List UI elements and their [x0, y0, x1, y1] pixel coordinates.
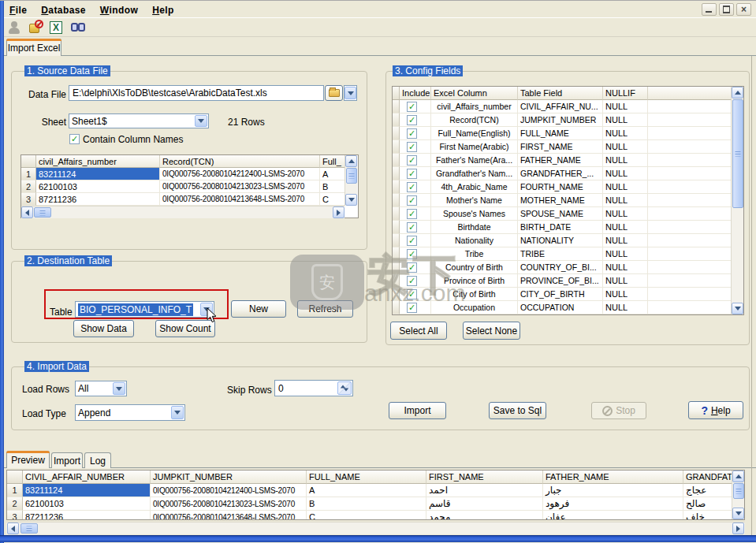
excel-column-cell[interactable]: civil_Affairs_number	[431, 100, 518, 113]
menu-file[interactable]: File	[5, 4, 32, 17]
column-header[interactable]: NULLIF	[603, 87, 648, 100]
excel-column-cell[interactable]: Full_Name(English)	[431, 127, 518, 140]
include-checkbox[interactable]	[407, 128, 417, 139]
column-header[interactable]: CIVIL_AFFAIR_NUMBER	[23, 470, 151, 484]
column-header[interactable]: Full_	[320, 155, 346, 168]
scroll-down-icon[interactable]	[732, 508, 744, 519]
jumpkit-number-cell[interactable]: 0IQ000756-20080104213648-LSMS-2070	[151, 511, 307, 520]
excel-column-cell[interactable]: Birthdate	[431, 221, 518, 234]
civil-affair-number-cell[interactable]: 83211124	[23, 484, 151, 497]
load-rows-select[interactable]: All	[75, 381, 127, 396]
scrollbar-thumb[interactable]	[34, 207, 51, 218]
nullif-cell[interactable]: NULL	[603, 261, 648, 274]
first-name-cell[interactable]: احمد	[426, 484, 543, 497]
full-name-cell[interactable]: B	[307, 497, 426, 511]
nullif-cell[interactable]: NULL	[603, 207, 648, 221]
full-name-cell[interactable]: C	[307, 511, 426, 520]
include-cell[interactable]	[400, 301, 431, 314]
scrollbar-thumb[interactable]	[732, 99, 743, 208]
row-indicator-cell[interactable]	[393, 154, 400, 167]
browse-file-button[interactable]	[325, 85, 343, 101]
excel-column-cell[interactable]: Province of Birth	[431, 274, 518, 288]
include-checkbox[interactable]	[407, 115, 417, 125]
preview-grid[interactable]: CIVIL_AFFAIR_NUMBERJUMPKIT_NUMBERFULL_NA…	[6, 470, 745, 520]
table-field-cell[interactable]: TRIBE	[518, 247, 603, 261]
civil-affairs-cell[interactable]: 62100103	[36, 180, 160, 193]
filler-cell[interactable]	[648, 180, 732, 194]
nullif-cell[interactable]: NULL	[603, 247, 648, 261]
nullif-cell[interactable]: NULL	[603, 140, 648, 154]
scroll-up-icon[interactable]	[345, 155, 357, 167]
include-checkbox[interactable]	[407, 276, 417, 286]
column-header[interactable]	[393, 87, 400, 100]
excel-column-cell[interactable]: Record(TCN)	[431, 113, 518, 127]
row-indicator-cell[interactable]	[393, 288, 400, 301]
table-field-cell[interactable]: SPOUSE_NAME	[518, 207, 603, 221]
filler-cell[interactable]	[648, 194, 732, 207]
include-checkbox[interactable]	[407, 303, 417, 313]
user-icon[interactable]	[6, 20, 22, 35]
excel-column-cell[interactable]: Grandfather's Nam...	[431, 167, 518, 180]
tab-log[interactable]: Log	[84, 452, 111, 468]
stop-button[interactable]: Stop	[591, 402, 646, 419]
include-cell[interactable]	[400, 247, 431, 261]
table-field-cell[interactable]: CIVIL_AFFAIR_NU...	[518, 100, 603, 113]
column-header[interactable]: Table Field	[518, 87, 603, 100]
include-checkbox[interactable]	[407, 102, 417, 112]
filler-cell[interactable]	[648, 234, 732, 247]
load-type-select[interactable]: Append	[75, 404, 185, 421]
filler-cell[interactable]	[648, 100, 732, 113]
filler-cell[interactable]	[648, 247, 732, 261]
nullif-cell[interactable]: NULL	[603, 167, 648, 180]
row-indicator-cell[interactable]	[393, 247, 400, 261]
include-cell[interactable]	[400, 154, 431, 167]
include-checkbox[interactable]	[407, 182, 417, 192]
skip-rows-input[interactable]: 0	[274, 380, 353, 396]
filler-cell[interactable]	[648, 288, 732, 301]
full-name-cell[interactable]: B	[320, 180, 346, 193]
row-indicator-cell[interactable]	[393, 140, 400, 154]
nullif-cell[interactable]: NULL	[603, 234, 648, 247]
row-indicator-cell[interactable]	[393, 207, 400, 221]
row-indicator-cell[interactable]	[393, 127, 400, 140]
excel-column-cell[interactable]: Country of Birth	[431, 261, 518, 274]
excel-column-cell[interactable]: Spouse's Names	[431, 207, 518, 221]
include-checkbox[interactable]	[407, 236, 417, 246]
table-field-cell[interactable]: OCCUPATION	[518, 301, 603, 314]
scrollbar-thumb[interactable]	[733, 483, 744, 499]
scrollbar-thumb[interactable]	[346, 168, 357, 184]
include-cell[interactable]	[400, 234, 431, 247]
row-indicator-cell[interactable]	[393, 301, 400, 314]
nullif-cell[interactable]: NULL	[603, 113, 648, 127]
include-cell[interactable]	[400, 288, 431, 301]
refresh-button[interactable]: Refresh	[297, 300, 353, 318]
grandfather-name-cell[interactable]: خلف	[683, 511, 733, 520]
include-cell[interactable]	[400, 221, 431, 234]
include-checkbox[interactable]	[407, 169, 417, 179]
restore-button[interactable]	[719, 3, 734, 16]
minimize-button[interactable]	[702, 3, 717, 16]
filler-cell[interactable]	[648, 127, 732, 140]
table-field-cell[interactable]: FOURTH_NAME	[518, 180, 603, 194]
excel-column-cell[interactable]: Father's Name(Ara...	[431, 154, 518, 167]
scroll-up-icon[interactable]	[732, 470, 744, 482]
full-name-cell[interactable]: A	[307, 484, 426, 497]
excel-column-cell[interactable]: Nationality	[431, 234, 518, 247]
excel-column-cell[interactable]: City of Birth	[431, 288, 518, 301]
filler-cell[interactable]	[648, 301, 732, 314]
scroll-right-icon[interactable]	[732, 523, 744, 534]
tab-preview[interactable]: Preview	[6, 451, 50, 468]
tab-import-excel[interactable]: Import Excel	[6, 39, 61, 56]
row-indicator-cell[interactable]	[393, 274, 400, 288]
import-button[interactable]: Import	[389, 402, 446, 419]
row-indicator-cell[interactable]	[393, 261, 400, 274]
first-name-cell[interactable]: قاسم	[426, 497, 543, 511]
file-history-dropdown[interactable]	[344, 85, 357, 101]
include-cell[interactable]	[400, 140, 431, 154]
database-disconnect-icon[interactable]	[28, 20, 43, 35]
civil-affairs-cell[interactable]: 83211124	[36, 168, 160, 180]
spin-updown-icon[interactable]	[337, 381, 352, 395]
close-button[interactable]: ×	[736, 3, 751, 16]
excel-column-cell[interactable]: 4th_Arabic_Name	[431, 180, 518, 194]
first-name-cell[interactable]: محمد	[426, 511, 543, 520]
